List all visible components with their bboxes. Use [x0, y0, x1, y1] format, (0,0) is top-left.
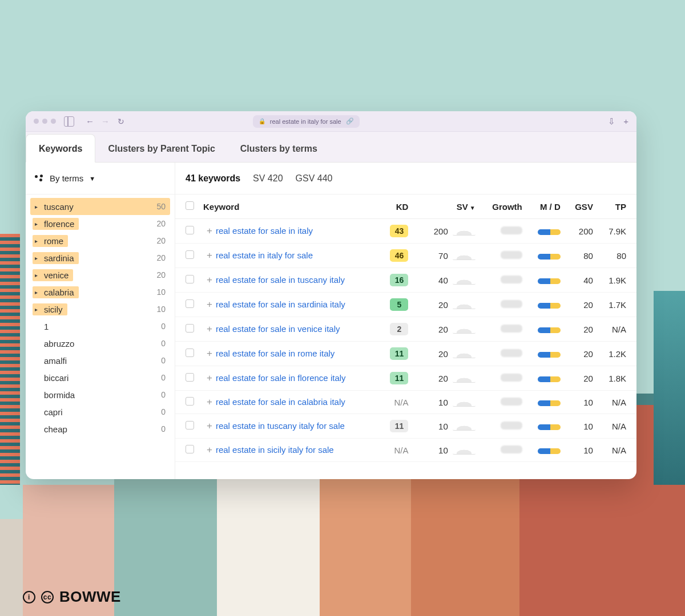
row-checkbox[interactable] — [186, 275, 194, 283]
row-checkbox[interactable] — [186, 445, 194, 453]
keyword-link[interactable]: real estate for sale in tuscany italy — [216, 275, 345, 285]
keyword-link[interactable]: real estate for sale in calabria italy — [216, 397, 345, 407]
tab-clusters-terms[interactable]: Clusters by terms — [228, 135, 330, 162]
term-count: 20 — [156, 270, 166, 279]
sv-value: 20 — [429, 374, 448, 383]
add-keyword-button[interactable]: + — [203, 348, 216, 359]
row-checkbox[interactable] — [186, 226, 194, 234]
table-row: +real estate for sale in calabria italyN… — [175, 391, 636, 414]
add-keyword-button[interactable]: + — [203, 250, 216, 261]
sidebar-term[interactable]: ▸rome20 — [30, 232, 170, 249]
col-md[interactable]: M / D — [527, 194, 565, 219]
sv-sparkline — [453, 349, 476, 358]
gsv-value: 40 — [565, 268, 598, 293]
sidebar-term[interactable]: amalfi0 — [30, 352, 170, 369]
back-button[interactable]: ← — [86, 116, 94, 126]
filter-by-terms[interactable]: By terms ▼ — [26, 163, 175, 194]
term-label: amalfi — [44, 356, 67, 366]
gsv-value: 20 — [565, 317, 598, 342]
md-pill — [538, 400, 561, 406]
row-checkbox[interactable] — [186, 250, 194, 259]
add-keyword-button[interactable]: + — [203, 444, 216, 455]
col-gsv[interactable]: GSV — [565, 194, 598, 219]
keyword-link[interactable]: real estate for sale in venice italy — [216, 324, 340, 334]
sv-value: 70 — [429, 251, 448, 261]
tab-keywords[interactable]: Keywords — [26, 134, 95, 163]
sidebar-term[interactable]: ▸sicily10 — [30, 301, 170, 318]
add-keyword-button[interactable]: + — [203, 420, 216, 431]
term-label: abruzzo — [44, 339, 74, 348]
growth-blurred — [501, 275, 522, 283]
sidebar-term[interactable]: cheap0 — [30, 420, 170, 437]
kd-badge: 11 — [390, 372, 408, 384]
add-keyword-button[interactable]: + — [203, 396, 216, 407]
kd-badge: 5 — [390, 298, 408, 311]
row-checkbox[interactable] — [186, 373, 194, 382]
col-growth[interactable]: Growth — [480, 194, 527, 219]
sv-value: 10 — [429, 445, 448, 455]
col-kd[interactable]: KD — [380, 194, 413, 219]
expand-icon: ▸ — [35, 272, 41, 278]
keyword-link[interactable]: real estate for sale in florence italy — [216, 373, 346, 383]
tp-value: N/A — [598, 439, 636, 462]
table-row: +real estate for sale in rome italy11202… — [175, 342, 636, 366]
keyword-link[interactable]: real estate in italy for sale — [216, 250, 313, 260]
downloads-icon[interactable]: ⇩ — [608, 116, 615, 127]
add-keyword-button[interactable]: + — [203, 323, 216, 334]
add-keyword-button[interactable]: + — [203, 274, 216, 285]
col-tp[interactable]: TP — [598, 194, 636, 219]
term-label: capri — [44, 407, 63, 417]
sidebar-term[interactable]: ▸florence20 — [30, 215, 170, 232]
row-checkbox[interactable] — [186, 397, 194, 406]
keyword-link[interactable]: real estate in sicily italy for sale — [216, 445, 334, 455]
growth-blurred — [501, 349, 522, 357]
sv-sparkline — [453, 374, 476, 383]
sidebar-term[interactable]: ▸calabria10 — [30, 283, 170, 301]
background-illustration — [0, 234, 20, 485]
term-count: 50 — [156, 202, 166, 211]
sidebar-term[interactable]: ▸tuscany50 — [30, 198, 170, 215]
keywords-panel: 41 keywords SV 420 GSV 440 Keyword KD SV… — [175, 163, 636, 479]
row-checkbox[interactable] — [186, 299, 194, 308]
add-keyword-button[interactable]: + — [203, 299, 216, 310]
tp-value: N/A — [598, 414, 636, 439]
term-count: 20 — [156, 253, 166, 262]
sidebar-term[interactable]: ▸venice20 — [30, 266, 170, 283]
reload-button[interactable]: ↻ — [118, 117, 124, 126]
row-checkbox[interactable] — [186, 324, 194, 333]
term-label: 1 — [44, 322, 49, 331]
sidebar-term[interactable]: biccari0 — [30, 369, 170, 386]
keywords-table: Keyword KD SV▼ Growth M / D GSV TP +real… — [175, 194, 636, 462]
expand-icon: ▸ — [35, 289, 41, 295]
terms-sidebar: By terms ▼ ▸tuscany50▸florence20▸rome20▸… — [26, 163, 175, 479]
add-keyword-button[interactable]: + — [203, 225, 216, 236]
url-bar[interactable]: 🔒 real estate in italy for sale 🔗 — [253, 115, 360, 128]
col-keyword[interactable]: Keyword — [199, 194, 380, 219]
sidebar-term[interactable]: 10 — [30, 318, 170, 335]
row-checkbox[interactable] — [186, 348, 194, 357]
new-tab-button[interactable]: + — [623, 116, 628, 127]
window-controls[interactable] — [34, 119, 56, 124]
footer-brand: i cc BOWWE — [23, 588, 121, 606]
col-sv[interactable]: SV▼ — [413, 194, 480, 219]
keyword-link[interactable]: real estate for sale in sardinia italy — [216, 299, 345, 309]
expand-icon: ▸ — [35, 306, 41, 313]
keyword-link[interactable]: real estate in tuscany italy for sale — [216, 421, 345, 431]
keyword-link[interactable]: real estate for sale in rome italy — [216, 348, 335, 358]
forward-button[interactable]: → — [101, 116, 110, 126]
keyword-link[interactable]: real estate for sale in italy — [216, 226, 313, 236]
sidebar-term[interactable]: ▸sardinia20 — [30, 249, 170, 266]
gsv-value: 200 — [565, 219, 598, 244]
gsv-value: 20 — [565, 366, 598, 391]
sidebar-term[interactable]: capri0 — [30, 403, 170, 420]
select-all-checkbox[interactable] — [186, 201, 194, 210]
sv-sparkline — [453, 325, 476, 334]
sv-value: 20 — [429, 325, 448, 334]
sidebar-term[interactable]: bormida0 — [30, 386, 170, 403]
row-checkbox[interactable] — [186, 421, 194, 429]
sidebar-toggle-icon[interactable] — [64, 116, 74, 127]
add-keyword-button[interactable]: + — [203, 372, 216, 383]
sidebar-term[interactable]: abruzzo0 — [30, 335, 170, 352]
tab-clusters-parent[interactable]: Clusters by Parent Topic — [95, 135, 227, 162]
gsv-value: 10 — [565, 391, 598, 414]
